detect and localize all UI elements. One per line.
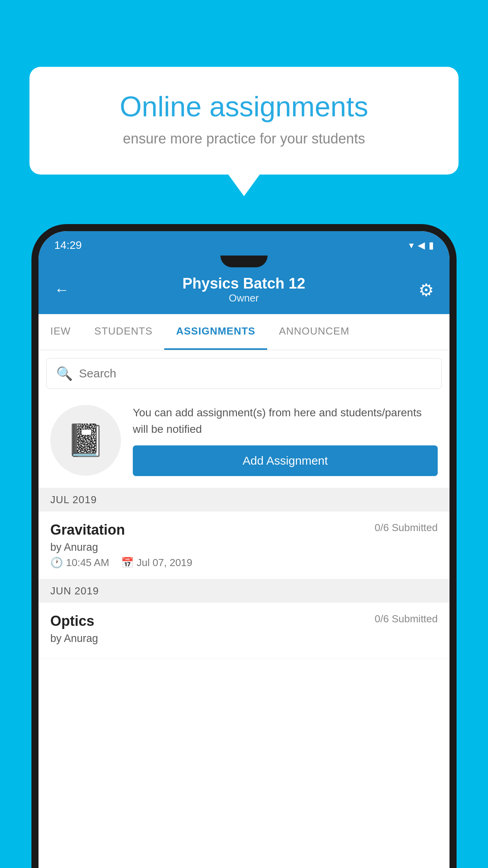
tab-announcements[interactable]: ANNOUNCEM <box>267 314 361 350</box>
info-card: 📓 You can add assignment(s) from here an… <box>39 393 449 488</box>
tabs-bar: IEW STUDENTS ASSIGNMENTS ANNOUNCEM <box>39 314 449 350</box>
notch-area <box>39 256 449 267</box>
assignment-title-optics: Optics <box>50 613 94 629</box>
assignment-by-gravitation: by Anurag <box>50 541 438 554</box>
search-icon: 🔍 <box>56 366 73 381</box>
back-button[interactable]: ← <box>54 281 69 298</box>
assignment-by-optics: by Anurag <box>50 633 438 645</box>
search-input[interactable] <box>79 367 432 380</box>
status-bar: 14:29 ▾ ◀ ▮ <box>39 231 449 256</box>
info-description: You can add assignment(s) from here and … <box>133 405 438 438</box>
speech-bubble: Online assignments ensure more practice … <box>29 67 459 175</box>
assignment-date-gravitation: 📅 Jul 07, 2019 <box>121 557 193 569</box>
assignment-optics[interactable]: Optics 0/6 Submitted by Anurag <box>39 603 449 658</box>
status-icons: ▾ ◀ ▮ <box>409 240 434 251</box>
content-area: 🔍 📓 You can add assignment(s) from here … <box>39 350 449 868</box>
section-jun-2019: JUN 2019 <box>39 579 449 603</box>
tab-assignments[interactable]: ASSIGNMENTS <box>164 314 267 350</box>
batch-title: Physics Batch 12 <box>182 275 305 292</box>
info-text: You can add assignment(s) from here and … <box>133 405 438 476</box>
assignment-meta-gravitation: 🕐 10:45 AM 📅 Jul 07, 2019 <box>50 557 438 569</box>
assignment-submitted-gravitation: 0/6 Submitted <box>375 522 438 534</box>
batch-role: Owner <box>182 292 305 304</box>
speech-bubble-subtitle: ensure more practice for your students <box>57 131 431 147</box>
assignment-title-gravitation: Gravitation <box>50 522 125 538</box>
assignment-submitted-optics: 0/6 Submitted <box>375 613 438 625</box>
assignment-gravitation[interactable]: Gravitation 0/6 Submitted by Anurag 🕐 10… <box>39 511 449 579</box>
section-jul-2019: JUL 2019 <box>39 488 449 511</box>
clock-icon: 🕐 <box>50 557 63 569</box>
speech-bubble-arrow <box>228 175 260 196</box>
header-title-group: Physics Batch 12 Owner <box>182 275 305 304</box>
status-time: 14:29 <box>54 239 82 252</box>
wifi-icon: ▾ <box>409 240 414 251</box>
assignment-time-gravitation: 🕐 10:45 AM <box>50 557 109 569</box>
tab-iew[interactable]: IEW <box>39 314 83 350</box>
add-assignment-button[interactable]: Add Assignment <box>133 445 438 476</box>
assignment-icon-circle: 📓 <box>50 405 121 476</box>
speech-bubble-container: Online assignments ensure more practice … <box>29 67 459 196</box>
calendar-icon: 📅 <box>121 557 134 569</box>
notch <box>220 256 268 267</box>
speech-bubble-title: Online assignments <box>57 90 431 123</box>
tab-students[interactable]: STUDENTS <box>83 314 164 350</box>
notebook-icon: 📓 <box>66 422 105 459</box>
phone-screen: 14:29 ▾ ◀ ▮ ← Physics Batch 12 Owner ⚙ I… <box>39 231 449 868</box>
signal-icon: ◀ <box>418 240 425 251</box>
phone-frame: 14:29 ▾ ◀ ▮ ← Physics Batch 12 Owner ⚙ I… <box>31 224 457 868</box>
battery-icon: ▮ <box>429 240 434 251</box>
search-bar[interactable]: 🔍 <box>46 358 442 389</box>
app-header: ← Physics Batch 12 Owner ⚙ <box>39 267 449 314</box>
settings-icon[interactable]: ⚙ <box>418 280 434 300</box>
